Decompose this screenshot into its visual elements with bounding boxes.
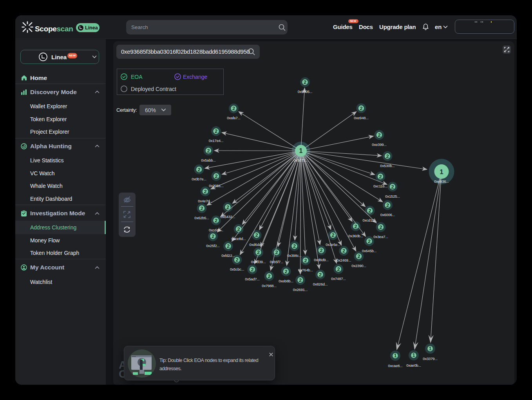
svg-text:0x360b...: 0x360b... bbox=[348, 234, 363, 238]
svg-text:2: 2 bbox=[337, 266, 340, 272]
svg-text:0xc116...: 0xc116... bbox=[373, 184, 387, 188]
svg-text:0x4d39...: 0x4d39... bbox=[251, 260, 266, 264]
svg-text:2: 2 bbox=[379, 224, 382, 230]
svg-text:0xeb8b...: 0xeb8b... bbox=[279, 279, 293, 283]
svg-text:2: 2 bbox=[386, 202, 389, 208]
svg-text:0x2469...: 0x2469... bbox=[337, 258, 351, 262]
svg-text:2: 2 bbox=[232, 105, 235, 111]
svg-text:0xae0b...: 0xae0b... bbox=[406, 363, 421, 367]
svg-text:2: 2 bbox=[200, 205, 203, 211]
svg-text:0x530b...: 0x530b... bbox=[380, 164, 394, 168]
svg-text:2: 2 bbox=[204, 189, 206, 195]
svg-text:0x25f2...: 0x25f2... bbox=[206, 244, 220, 248]
svg-text:1: 1 bbox=[394, 353, 397, 358]
svg-text:0x2390...: 0x2390... bbox=[351, 264, 366, 268]
svg-text:2: 2 bbox=[227, 243, 230, 249]
svg-text:0x17e4...: 0x17e4... bbox=[209, 138, 223, 143]
svg-text:0xd8d9...: 0xd8d9... bbox=[314, 258, 328, 262]
svg-text:2: 2 bbox=[320, 247, 322, 253]
svg-text:1: 1 bbox=[413, 353, 415, 358]
svg-text:2: 2 bbox=[379, 174, 382, 180]
svg-text:2: 2 bbox=[235, 257, 238, 263]
svg-text:2: 2 bbox=[207, 148, 210, 154]
svg-text:2: 2 bbox=[215, 173, 217, 179]
svg-text:0x3ea7...: 0x3ea7... bbox=[373, 235, 388, 239]
svg-text:2: 2 bbox=[197, 167, 200, 173]
svg-text:0xe399...: 0xe399... bbox=[372, 142, 386, 147]
svg-text:2: 2 bbox=[293, 243, 296, 249]
svg-text:0xcae8...: 0xcae8... bbox=[388, 364, 403, 368]
svg-text:0x764b...: 0x764b... bbox=[298, 268, 313, 272]
svg-text:0xfd22...: 0xfd22... bbox=[221, 253, 235, 258]
svg-text:0xcd45...: 0xcd45... bbox=[209, 228, 223, 232]
svg-text:0x5ad7...: 0x5ad7... bbox=[245, 277, 259, 281]
svg-text:2: 2 bbox=[251, 267, 253, 273]
svg-text:2: 2 bbox=[275, 249, 278, 255]
svg-text:2: 2 bbox=[360, 105, 362, 111]
svg-text:2: 2 bbox=[319, 272, 322, 278]
svg-text:0x7487...: 0x7487... bbox=[331, 276, 346, 281]
svg-text:0x3379...: 0x3379... bbox=[423, 356, 437, 361]
svg-text:2: 2 bbox=[386, 153, 389, 159]
svg-text:2: 2 bbox=[268, 273, 270, 279]
svg-text:0x645b...: 0x645b... bbox=[362, 249, 376, 253]
svg-text:0x826d...: 0x826d... bbox=[313, 282, 328, 286]
svg-text:2: 2 bbox=[215, 218, 217, 224]
svg-text:0x5075...: 0x5075... bbox=[293, 158, 308, 162]
svg-text:0x6432...: 0x6432... bbox=[221, 215, 235, 219]
svg-text:0x5cbc...: 0x5cbc... bbox=[230, 267, 244, 271]
svg-text:0x2051...: 0x2051... bbox=[209, 184, 223, 188]
svg-text:0x5805...: 0x5805... bbox=[298, 89, 312, 94]
svg-text:0x62b5...: 0x62b5... bbox=[194, 216, 209, 220]
svg-text:2: 2 bbox=[257, 249, 260, 255]
svg-text:2: 2 bbox=[354, 224, 357, 229]
svg-text:0x2691...: 0x2691... bbox=[293, 287, 308, 292]
svg-text:0x5abb...: 0x5abb... bbox=[201, 158, 215, 162]
svg-text:0xcd15...: 0xcd15... bbox=[363, 218, 377, 222]
svg-text:0xce8d...: 0xce8d... bbox=[232, 236, 246, 241]
svg-text:0xe948...: 0xe948... bbox=[354, 116, 368, 120]
svg-text:0x398c...: 0x398c... bbox=[287, 253, 302, 258]
svg-text:0x6006...: 0x6006... bbox=[380, 213, 395, 217]
svg-text:2: 2 bbox=[357, 253, 360, 259]
svg-text:2: 2 bbox=[255, 232, 258, 238]
svg-text:2: 2 bbox=[378, 132, 380, 138]
svg-text:0xd6da...: 0xd6da... bbox=[249, 242, 264, 247]
svg-text:2: 2 bbox=[368, 208, 371, 214]
svg-text:1: 1 bbox=[299, 147, 303, 154]
svg-text:2: 2 bbox=[226, 204, 229, 210]
svg-text:2: 2 bbox=[212, 233, 214, 239]
svg-text:0x7988...: 0x7988... bbox=[262, 284, 276, 288]
svg-text:0x3e5e...: 0x3e5e... bbox=[326, 242, 340, 247]
svg-text:2: 2 bbox=[342, 248, 345, 254]
svg-text:0x4e7d...: 0x4e7d... bbox=[198, 199, 212, 203]
svg-text:2: 2 bbox=[237, 226, 240, 232]
svg-text:1: 1 bbox=[429, 346, 432, 351]
svg-text:2: 2 bbox=[368, 238, 371, 244]
svg-text:0xe936...: 0xe936... bbox=[434, 179, 449, 184]
svg-text:0x0b7e...: 0x0b7e... bbox=[192, 177, 206, 181]
svg-text:2: 2 bbox=[284, 269, 287, 275]
svg-text:1: 1 bbox=[440, 168, 443, 176]
svg-text:0xafa7...: 0xafa7... bbox=[227, 116, 241, 120]
svg-text:0xb5f7...: 0xb5f7... bbox=[270, 260, 284, 264]
svg-text:0x1525...: 0x1525... bbox=[385, 194, 400, 198]
svg-text:2: 2 bbox=[215, 128, 217, 134]
svg-text:2: 2 bbox=[331, 232, 334, 238]
svg-text:2: 2 bbox=[391, 184, 394, 190]
svg-text:2: 2 bbox=[304, 79, 306, 85]
svg-text:2: 2 bbox=[299, 277, 302, 283]
svg-text:2: 2 bbox=[304, 258, 307, 264]
